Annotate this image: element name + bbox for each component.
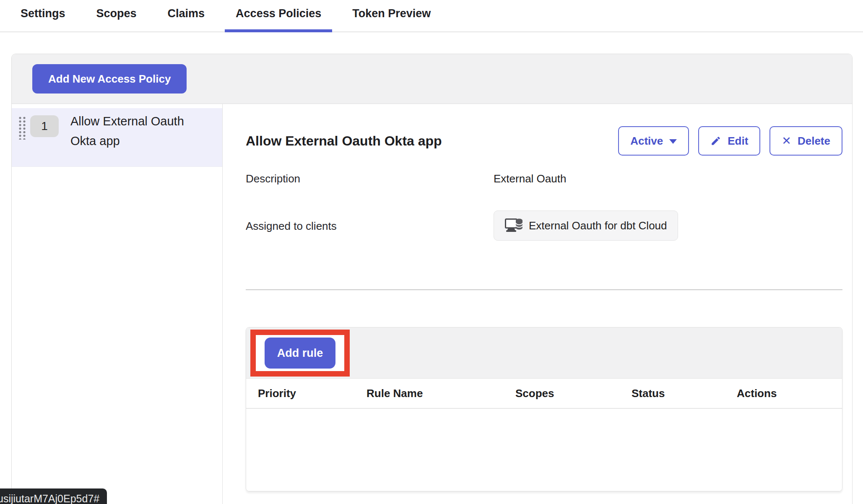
policy-detail-header: Allow External Oauth Okta app Active Edi… — [246, 126, 842, 156]
drag-handle-icon[interactable] — [18, 116, 26, 140]
client-chip[interactable]: External Oauth for dbt Cloud — [494, 210, 678, 241]
assigned-clients-row: Assigned to clients — [246, 210, 842, 241]
description-label: Description — [246, 172, 494, 185]
add-rule-button[interactable]: Add rule — [265, 338, 336, 369]
rules-table-header: Priority Rule Name Scopes Status Actions — [246, 379, 842, 409]
policy-meta: Description External Oauth Assigned to c… — [246, 172, 842, 241]
rules-table-empty — [246, 409, 842, 491]
active-status-label: Active — [630, 135, 663, 148]
computer-icon — [504, 218, 523, 234]
description-value: External Oauth — [494, 172, 566, 185]
column-header-actions: Actions — [737, 387, 842, 400]
priority-badge: 1 — [30, 115, 59, 137]
policy-title: Allow External Oauth Okta app — [70, 112, 184, 151]
delete-button[interactable]: ✕ Delete — [769, 126, 842, 156]
delete-button-label: Delete — [798, 135, 830, 148]
column-header-scopes: Scopes — [515, 387, 632, 400]
edit-button[interactable]: Edit — [698, 126, 760, 156]
tab-scopes[interactable]: Scopes — [86, 7, 148, 31]
description-row: Description External Oauth — [246, 172, 842, 185]
policy-detail-title: Allow External Oauth Okta app — [246, 133, 442, 149]
link-preview-statusbar: usijiutarM7Aj0Ep5d7# — [0, 488, 107, 504]
policy-list-item[interactable]: 1 Allow External Oauth Okta app — [12, 108, 222, 167]
tab-token-preview[interactable]: Token Preview — [341, 7, 442, 31]
assigned-clients-label: Assigned to clients — [246, 220, 494, 233]
access-policies-panel: Add New Access Policy 1 Allow External O… — [11, 54, 853, 504]
panel-body: 1 Allow External Oauth Okta app Allow Ex… — [12, 104, 852, 504]
tab-claims[interactable]: Claims — [157, 7, 216, 31]
policy-actions: Active Edit ✕ Delete — [618, 126, 842, 156]
chevron-down-icon — [669, 139, 677, 144]
rules-toolbar: Add rule — [246, 327, 842, 379]
column-header-rule-name: Rule Name — [367, 387, 515, 400]
column-header-priority: Priority — [258, 387, 367, 400]
pencil-icon — [710, 135, 721, 146]
policy-detail: Allow External Oauth Okta app Active Edi… — [223, 104, 852, 504]
client-chip-label: External Oauth for dbt Cloud — [529, 219, 667, 232]
tab-access-policies[interactable]: Access Policies — [225, 7, 332, 31]
edit-button-label: Edit — [728, 135, 748, 148]
panel-toolbar: Add New Access Policy — [12, 54, 852, 104]
annotation-highlight-box: Add rule — [250, 330, 350, 377]
policy-title-line1: Allow External Oauth — [70, 112, 184, 131]
policy-list: 1 Allow External Oauth Okta app — [12, 104, 223, 504]
tab-settings[interactable]: Settings — [10, 7, 76, 31]
column-header-status: Status — [632, 387, 737, 400]
rules-section: Add rule Priority Rule Name Scopes Statu… — [246, 327, 842, 491]
add-new-access-policy-button[interactable]: Add New Access Policy — [32, 64, 187, 94]
policy-title-line2: Okta app — [70, 131, 184, 151]
section-divider — [246, 289, 842, 290]
tab-bar: Settings Scopes Claims Access Policies T… — [0, 0, 863, 32]
close-icon: ✕ — [782, 135, 791, 147]
active-status-dropdown[interactable]: Active — [618, 126, 689, 156]
